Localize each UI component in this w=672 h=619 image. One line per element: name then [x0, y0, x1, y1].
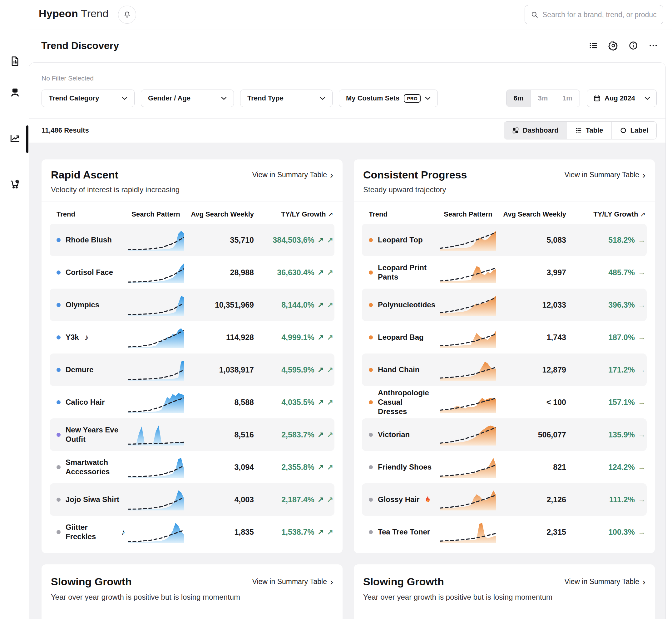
search-pattern-sparkline — [125, 456, 186, 478]
growth-cell: 100.3%→ — [566, 528, 647, 537]
up-right-arrow-icon: ↗ — [327, 235, 333, 244]
col-trend: Trend — [50, 210, 125, 218]
growth-percent: 100.3% — [608, 528, 635, 537]
trend-row[interactable]: Leopard Print Pants3,997485.7%→ — [362, 256, 647, 289]
search-pattern-sparkline — [437, 391, 499, 413]
right-arrow-icon: → — [638, 398, 646, 407]
trend-row[interactable]: Giitter Freckles♪1,8351,538.7%↗↗ — [50, 516, 334, 548]
trend-row[interactable]: Victorian506,077135.9%→ — [362, 418, 647, 451]
avg-search-value: 1,743 — [499, 333, 566, 342]
chevron-down-icon — [645, 96, 650, 100]
time-range-1m[interactable]: 1m — [555, 90, 579, 107]
view-toggle: Dashboard Table Label — [504, 121, 657, 139]
growth-cell: 2,355.8%↗↗ — [254, 463, 335, 472]
chevron-right-icon: › — [330, 579, 333, 585]
settings-button[interactable] — [608, 40, 619, 51]
list-view-button[interactable] — [588, 40, 599, 51]
up-right-arrow-icon: ↗ — [318, 235, 324, 244]
top-bar: Hypeon Trend — [0, 0, 672, 30]
up-right-arrow-icon: ↗ — [318, 495, 324, 504]
trend-dot — [369, 498, 373, 502]
right-arrow-icon: → — [638, 528, 646, 536]
view-dashboard-button[interactable]: Dashboard — [504, 122, 567, 139]
right-arrow-icon: → — [638, 235, 646, 244]
avg-search-value: 8,516 — [186, 430, 254, 439]
growth-cell: 157.1%→ — [566, 398, 647, 407]
panel-subtitle: Year over year growth is positive but is… — [51, 593, 333, 602]
dropdown-trend-category[interactable]: Trend Category — [42, 89, 135, 107]
more-options-button[interactable] — [648, 40, 659, 51]
time-range-3m[interactable]: 3m — [531, 90, 555, 107]
trend-row[interactable]: Cortisol Face28,98836,630.4%↗↗ — [50, 256, 334, 289]
trend-row[interactable]: Olympics10,351,9698,144.0%↗↗ — [50, 289, 334, 321]
sidebar-item-shopping[interactable] — [9, 178, 21, 190]
trend-row[interactable]: Hand Chain12,879171.2%→ — [362, 353, 647, 386]
trend-row[interactable]: Leopard Bag1,743187.0%→ — [362, 321, 647, 353]
notifications-button[interactable] — [118, 6, 136, 24]
growth-cell: 4,595.9%↗↗ — [254, 365, 335, 374]
view-summary-link[interactable]: View in Summary Table › — [564, 171, 646, 179]
col-avg-search: Avg Search Weekly — [499, 210, 566, 218]
sidebar-item-reports[interactable] — [9, 55, 21, 67]
trend-name-cell: Victorian — [363, 430, 437, 439]
time-range-6m[interactable]: 6m — [506, 90, 531, 107]
growth-percent: 4,035.5% — [281, 398, 314, 407]
trend-row[interactable]: Anthropologie Casual Dresses< 100157.1%→ — [362, 386, 647, 418]
trend-row[interactable]: Jojo Siwa Shirt4,0032,187.4%↗↗ — [50, 483, 334, 516]
trend-name: Tea Tree Toner — [378, 527, 430, 537]
trend-name-cell: Leopard Top — [363, 235, 437, 245]
trend-row[interactable]: Y3k♪114,9284,999.1%↗↗ — [50, 321, 334, 353]
chevron-right-icon: › — [330, 172, 333, 178]
trend-row[interactable]: Glossy Hair2,126111.2%→ — [362, 483, 647, 516]
global-search[interactable] — [525, 5, 663, 24]
trend-name: Leopard Bag — [378, 333, 424, 342]
sidebar-item-trends[interactable] — [9, 132, 21, 145]
chevron-right-icon: › — [642, 579, 646, 585]
trend-row[interactable]: Tea Tree Toner2,315100.3%→ — [362, 516, 647, 548]
growth-percent: 187.0% — [608, 333, 635, 342]
trend-chart-icon — [9, 133, 20, 144]
view-summary-link[interactable]: View in Summary Table › — [564, 577, 646, 586]
growth-cell: 1,538.7%↗↗ — [254, 528, 335, 537]
circle-icon — [620, 127, 627, 134]
dropdown-trend-type[interactable]: Trend Type — [240, 89, 332, 107]
search-pattern-sparkline — [437, 521, 499, 543]
search-pattern-sparkline — [125, 489, 186, 510]
trend-row[interactable]: New Years Eve Outfit8,5162,583.7%↗↗ — [50, 418, 334, 451]
up-right-arrow-icon: ↗ — [318, 398, 324, 407]
avg-search-value: 35,710 — [186, 235, 254, 245]
view-table-button[interactable]: Table — [567, 122, 612, 139]
trend-dot — [369, 271, 373, 275]
panel-slowing-growth-left: Slowing Growth View in Summary Table › Y… — [42, 564, 343, 619]
growth-cell: 384,503,6%↗↗ — [254, 235, 335, 245]
trend-row[interactable]: Friendly Shoes821124.2%→ — [362, 451, 647, 483]
content-card: No Filter Selected Trend Category Gender… — [29, 62, 666, 619]
dropdown-label: Trend Type — [247, 94, 284, 102]
trend-name: Jojo Siwa Shirt — [66, 495, 119, 504]
col-growth[interactable]: TY/LY Growth↗ — [254, 210, 335, 218]
view-label-button[interactable]: Label — [612, 122, 656, 139]
trend-row[interactable]: Demure1,038,9174,595.9%↗↗ — [50, 353, 334, 386]
trend-row[interactable]: Rhode Blush35,710384,503,6%↗↗ — [50, 224, 334, 256]
bell-icon — [123, 11, 131, 19]
date-picker[interactable]: Aug 2024 — [587, 89, 657, 107]
sort-arrow-icon: ↗ — [327, 211, 333, 218]
dropdown-custom-sets[interactable]: My Costum Sets PRO — [339, 89, 438, 107]
info-button[interactable] — [628, 40, 639, 51]
search-input[interactable] — [542, 11, 657, 19]
trend-name: Y3k — [66, 333, 79, 342]
view-summary-link[interactable]: View in Summary Table › — [252, 171, 333, 179]
trend-row[interactable]: Calico Hair8,5884,035.5%↗↗ — [50, 386, 334, 418]
trend-row[interactable]: Polynucleotides12,033396.3%→ — [362, 289, 647, 321]
avg-search-value: 28,988 — [186, 268, 254, 277]
up-right-arrow-icon: ↗ — [318, 268, 324, 277]
growth-cell: 2,187.4%↗↗ — [254, 495, 335, 504]
col-growth[interactable]: TY/LY Growth↗ — [566, 210, 647, 218]
trend-row[interactable]: Smartwatch Accessories3,0942,355.8%↗↗ — [50, 451, 334, 483]
trend-name: Anthropologie Casual Dresses — [378, 388, 432, 416]
trend-row[interactable]: Leopard Top5,083518.2%→ — [362, 224, 647, 256]
right-arrow-icon: → — [638, 268, 646, 277]
view-summary-link[interactable]: View in Summary Table › — [252, 577, 333, 586]
dropdown-gender-age[interactable]: Gender / Age — [141, 89, 234, 107]
sidebar-item-audience[interactable] — [9, 87, 21, 99]
